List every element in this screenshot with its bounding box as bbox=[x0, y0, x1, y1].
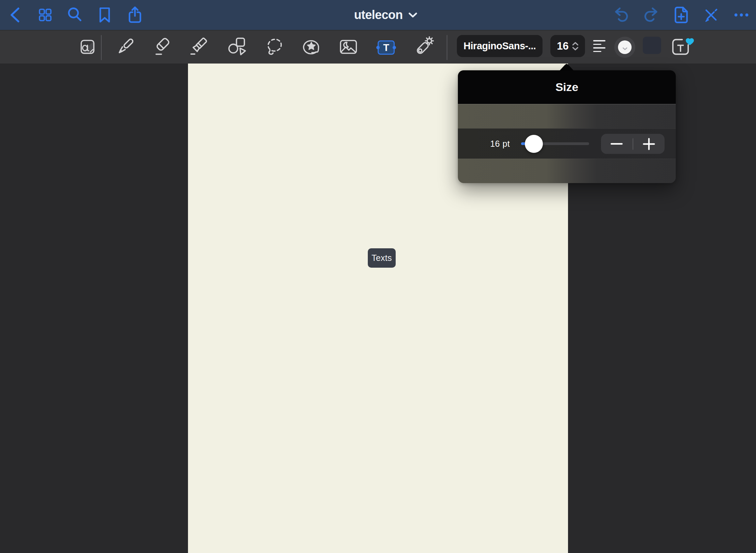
goodnotes-app: utelecon bbox=[0, 0, 756, 553]
toolbar-separator-left bbox=[101, 35, 102, 60]
size-popover: Size 16 pt bbox=[458, 70, 676, 183]
current-color-swatch bbox=[618, 40, 632, 54]
popover-arrow bbox=[557, 64, 576, 71]
image-tool[interactable] bbox=[338, 30, 359, 64]
popover-header: Size bbox=[458, 70, 676, 104]
font-family-button[interactable]: HiraginoSans-... bbox=[457, 35, 543, 57]
undo-icon bbox=[614, 7, 630, 23]
text-selection-handle-right bbox=[393, 46, 396, 49]
ellipsis-icon bbox=[734, 13, 749, 17]
thumbnails-button[interactable] bbox=[37, 7, 53, 23]
redo-button[interactable] bbox=[642, 7, 659, 23]
laser-pointer-icon bbox=[413, 36, 434, 57]
text-tool-selected[interactable]: T bbox=[378, 40, 395, 55]
color-chevron-down-icon bbox=[622, 47, 628, 50]
more-button[interactable] bbox=[733, 7, 750, 23]
stickers-tool[interactable] bbox=[301, 30, 322, 64]
decrease-size-button[interactable] bbox=[601, 134, 633, 154]
stickers-icon bbox=[301, 36, 322, 57]
popover-spacer-top bbox=[458, 104, 676, 128]
plus-icon bbox=[643, 138, 655, 150]
favorite-text-style-icon bbox=[671, 38, 696, 57]
font-family-label: HiraginoSans-... bbox=[464, 40, 536, 52]
share-icon bbox=[128, 6, 142, 23]
chevron-down-icon bbox=[409, 13, 417, 18]
slider-thumb[interactable] bbox=[525, 135, 543, 153]
back-button[interactable] bbox=[7, 7, 23, 23]
bookmark-icon bbox=[99, 7, 110, 22]
cancel-pencil-icon bbox=[704, 7, 719, 22]
popover-spacer-bottom bbox=[458, 159, 676, 183]
eraser-tool[interactable] bbox=[152, 30, 173, 64]
highlighter-tool[interactable] bbox=[188, 30, 209, 64]
undo-button[interactable] bbox=[614, 7, 630, 23]
convert-handwriting-tool[interactable] bbox=[76, 30, 98, 64]
add-page-button[interactable] bbox=[673, 7, 689, 23]
font-size-button[interactable]: 16 bbox=[550, 35, 585, 57]
lasso-icon bbox=[264, 36, 285, 57]
bookmark-button[interactable] bbox=[97, 7, 113, 23]
text-align-button[interactable] bbox=[593, 40, 607, 53]
text-object[interactable]: Texts bbox=[368, 248, 396, 268]
top-navigation-bar: utelecon bbox=[0, 0, 756, 30]
align-left-icon-bar-4 bbox=[593, 51, 601, 52]
minus-icon bbox=[611, 143, 623, 145]
back-chevron-icon bbox=[8, 7, 22, 23]
share-button[interactable] bbox=[127, 7, 143, 23]
text-object-label: Texts bbox=[372, 253, 392, 263]
align-left-icon-bar-2 bbox=[593, 44, 601, 45]
shapes-tool[interactable] bbox=[227, 30, 248, 64]
redo-icon bbox=[643, 7, 658, 23]
heart-icon bbox=[686, 38, 694, 46]
font-size-value: 16 bbox=[557, 40, 568, 52]
align-left-icon-bar-3 bbox=[593, 47, 605, 49]
pen-icon bbox=[115, 36, 136, 57]
search-icon bbox=[67, 7, 82, 23]
search-button[interactable] bbox=[66, 7, 83, 23]
size-stepper bbox=[601, 134, 665, 154]
shapes-icon bbox=[227, 36, 248, 57]
add-page-icon bbox=[674, 6, 688, 23]
image-icon bbox=[338, 36, 359, 57]
size-slider[interactable] bbox=[521, 129, 589, 159]
increase-size-button[interactable] bbox=[633, 134, 665, 154]
lasso-tool[interactable] bbox=[264, 30, 285, 64]
highlighter-icon bbox=[188, 36, 209, 57]
eraser-icon bbox=[152, 36, 173, 57]
convert-handwriting-icon bbox=[78, 38, 96, 56]
text-selection-handle-left bbox=[376, 46, 380, 49]
align-left-icon-bar-1 bbox=[593, 40, 605, 41]
favorite-text-style-button[interactable] bbox=[671, 38, 696, 57]
notebook-title: utelecon bbox=[354, 8, 402, 22]
exit-text-mode-button[interactable] bbox=[703, 7, 719, 23]
pen-tool[interactable] bbox=[115, 30, 136, 64]
laser-pointer-tool[interactable] bbox=[413, 30, 434, 64]
notebook-title-button[interactable]: utelecon bbox=[345, 0, 426, 30]
text-color-button[interactable] bbox=[614, 37, 635, 58]
toolbar-separator-right bbox=[447, 35, 447, 60]
chevron-up-down-icon bbox=[572, 42, 579, 51]
editing-toolbar: T HiraginoSans-.. bbox=[0, 30, 756, 64]
size-slider-row: 16 pt bbox=[458, 128, 676, 159]
grid-view-icon bbox=[38, 8, 52, 22]
text-style-preset-slot[interactable] bbox=[643, 37, 661, 54]
popover-title: Size bbox=[555, 81, 578, 94]
size-value-label: 16 pt bbox=[488, 129, 512, 159]
text-tool-glyph: T bbox=[383, 43, 389, 53]
